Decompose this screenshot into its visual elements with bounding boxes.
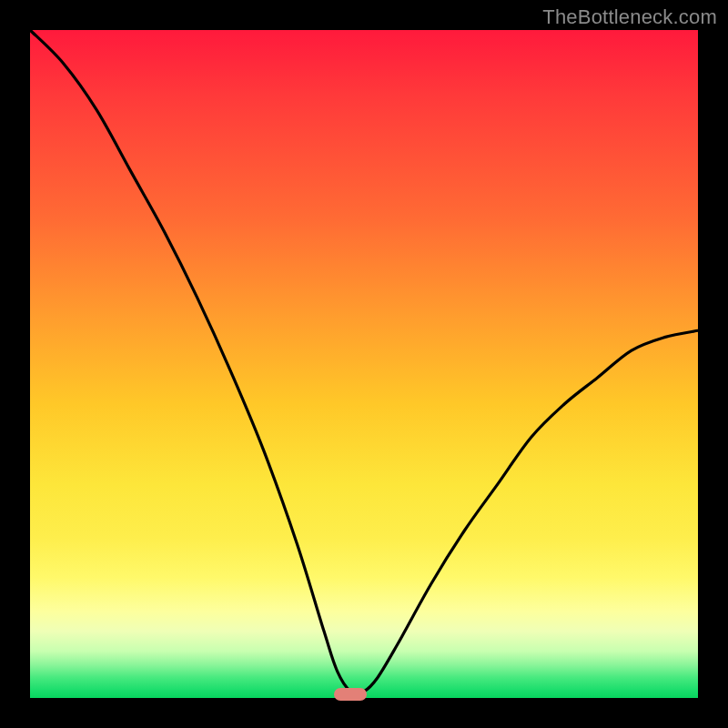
- optimal-balance-marker: [334, 688, 367, 701]
- watermark-text: TheBottleneck.com: [542, 5, 717, 29]
- chart-canvas: TheBottleneck.com: [0, 0, 728, 728]
- bottleneck-curve: [30, 30, 698, 698]
